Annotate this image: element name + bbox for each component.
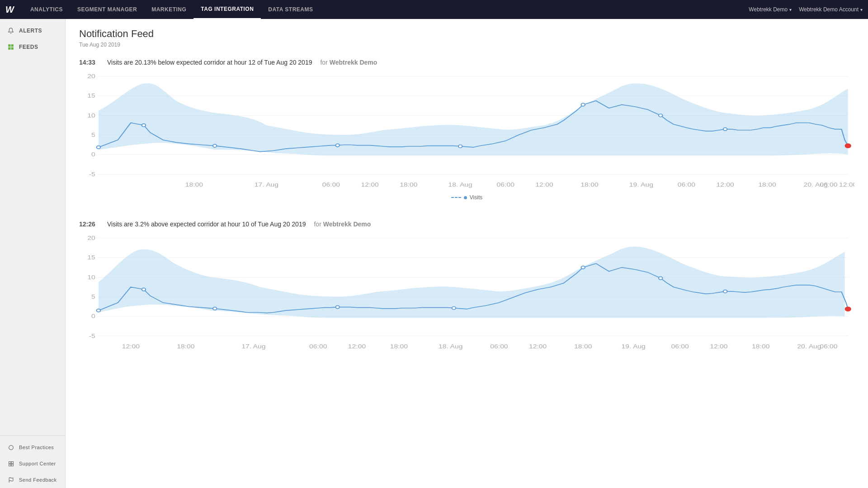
nav-analytics[interactable]: ANALYTICS [23, 0, 70, 19]
user-dropdown-arrow: ▾ [789, 7, 792, 12]
svg-text:12:00: 12:00 [839, 181, 854, 188]
svg-text:20: 20 [87, 235, 95, 241]
chart-1: 20 15 10 5 0 -5 [79, 71, 854, 202]
bell-icon [7, 27, 14, 34]
svg-text:06:00: 06:00 [497, 181, 515, 188]
legend-dash-1 [451, 197, 461, 198]
alert-time-2: 12:26 [79, 221, 102, 228]
svg-rect-3 [11, 47, 13, 49]
page-title: Notification Feed [79, 28, 854, 40]
svg-text:06:00: 06:00 [322, 181, 340, 188]
alert-for-name-2: Webtrekk Demo [323, 221, 371, 228]
sidebar-support-label: Support Center [19, 461, 56, 466]
svg-rect-6 [11, 461, 13, 463]
star-icon [7, 444, 14, 451]
chart-svg-2: 20 15 10 5 0 -5 [79, 233, 854, 351]
svg-point-66 [723, 290, 727, 293]
svg-text:06:00: 06:00 [678, 181, 696, 188]
svg-text:0: 0 [91, 313, 95, 319]
svg-text:12:00: 12:00 [361, 181, 379, 188]
sidebar-feeds-label: FEEDS [19, 44, 38, 50]
sidebar-alerts-label: ALERTS [19, 28, 42, 34]
alert-for-name-1: Webtrekk Demo [330, 59, 377, 66]
alert-card-1: 14:33 Visits are 20.13% below expected c… [79, 59, 854, 202]
sidebar-best-practices-label: Best Practices [19, 445, 54, 450]
sidebar-bottom: Best Practices Support Center Send Feedb… [0, 435, 65, 488]
svg-text:12:00: 12:00 [529, 343, 547, 349]
top-nav: W ANALYTICS SEGMENT MANAGER MARKETING TA… [0, 0, 868, 19]
sidebar-support-center[interactable]: Support Center [0, 455, 65, 472]
svg-text:12:00: 12:00 [122, 343, 140, 349]
svg-point-64 [581, 266, 585, 269]
page-date: Tue Aug 20 2019 [79, 42, 854, 48]
svg-text:18. Aug: 18. Aug [448, 181, 472, 188]
svg-text:06:00: 06:00 [490, 343, 508, 349]
svg-point-60 [142, 288, 146, 291]
svg-text:0: 0 [91, 151, 95, 158]
svg-text:5: 5 [91, 294, 95, 300]
svg-rect-8 [11, 464, 13, 466]
sidebar-feedback-label: Send Feedback [19, 477, 57, 483]
sidebar-item-feeds[interactable]: FEEDS [0, 39, 65, 55]
sidebar-best-practices[interactable]: Best Practices [0, 439, 65, 455]
svg-point-63 [452, 307, 456, 310]
svg-text:06:00: 06:00 [309, 343, 327, 349]
svg-text:18:00: 18:00 [758, 181, 776, 188]
svg-text:06:00: 06:00 [820, 343, 838, 349]
alert-header-1: 14:33 Visits are 20.13% below expected c… [79, 59, 854, 66]
account-dropdown[interactable]: Webtrekk Demo Account ▾ [799, 6, 863, 13]
legend-dot-1 [464, 196, 467, 199]
svg-point-22 [97, 146, 101, 149]
svg-text:12:00: 12:00 [348, 343, 366, 349]
svg-text:10: 10 [87, 113, 95, 119]
support-icon [7, 460, 14, 467]
nav-items: ANALYTICS SEGMENT MANAGER MARKETING TAG … [23, 0, 749, 19]
svg-point-29 [723, 128, 727, 131]
nav-tag-integration[interactable]: TAG INTEGRATION [193, 0, 261, 19]
nav-segment-manager[interactable]: SEGMENT MANAGER [70, 0, 144, 19]
alert-for-2: for Webtrekk Demo [314, 221, 371, 228]
sidebar-item-alerts[interactable]: ALERTS [0, 23, 65, 39]
svg-text:15: 15 [87, 93, 95, 99]
svg-text:06:00: 06:00 [820, 181, 838, 188]
svg-point-27 [581, 103, 585, 106]
svg-rect-2 [9, 47, 10, 49]
user-dropdown[interactable]: Webtrekk Demo ▾ [749, 6, 792, 13]
svg-text:20. Aug: 20. Aug [797, 343, 821, 349]
svg-text:-5: -5 [89, 333, 95, 339]
nav-data-streams[interactable]: DATA STREAMS [261, 0, 320, 19]
svg-text:18:00: 18:00 [390, 343, 408, 349]
nav-right: Webtrekk Demo ▾ Webtrekk Demo Account ▾ [749, 6, 863, 13]
alert-message-2: Visits are 3.2% above expected corridor … [107, 221, 306, 228]
svg-text:18:00: 18:00 [574, 343, 592, 349]
svg-point-24 [213, 144, 217, 147]
svg-point-23 [142, 124, 146, 127]
alert-time-1: 14:33 [79, 59, 102, 66]
svg-rect-1 [11, 45, 13, 47]
svg-text:20: 20 [87, 73, 95, 80]
svg-text:12:00: 12:00 [535, 181, 553, 188]
svg-text:18:00: 18:00 [177, 343, 195, 349]
svg-text:12:00: 12:00 [717, 181, 735, 188]
svg-text:06:00: 06:00 [671, 343, 689, 349]
svg-text:18. Aug: 18. Aug [439, 343, 462, 349]
sidebar: ALERTS FEEDS Best Practices [0, 19, 66, 488]
logo: W [5, 5, 14, 15]
alert-message-1: Visits are 20.13% below expected corrido… [107, 59, 312, 66]
svg-rect-5 [9, 461, 10, 463]
svg-text:19. Aug: 19. Aug [622, 343, 646, 349]
grid-icon [7, 43, 14, 51]
svg-text:19. Aug: 19. Aug [629, 181, 653, 188]
svg-point-65 [659, 277, 663, 280]
alert-for-1: for Webtrekk Demo [320, 59, 377, 66]
svg-text:15: 15 [87, 254, 95, 261]
account-dropdown-arrow: ▾ [860, 7, 863, 12]
svg-point-4 [9, 445, 13, 450]
sidebar-send-feedback[interactable]: Send Feedback [0, 472, 65, 488]
nav-marketing[interactable]: MARKETING [144, 0, 193, 19]
svg-rect-7 [9, 464, 10, 466]
svg-rect-0 [9, 45, 10, 47]
svg-point-62 [335, 305, 340, 309]
svg-point-26 [458, 145, 462, 148]
chart-2: 20 15 10 5 0 -5 [79, 233, 854, 364]
